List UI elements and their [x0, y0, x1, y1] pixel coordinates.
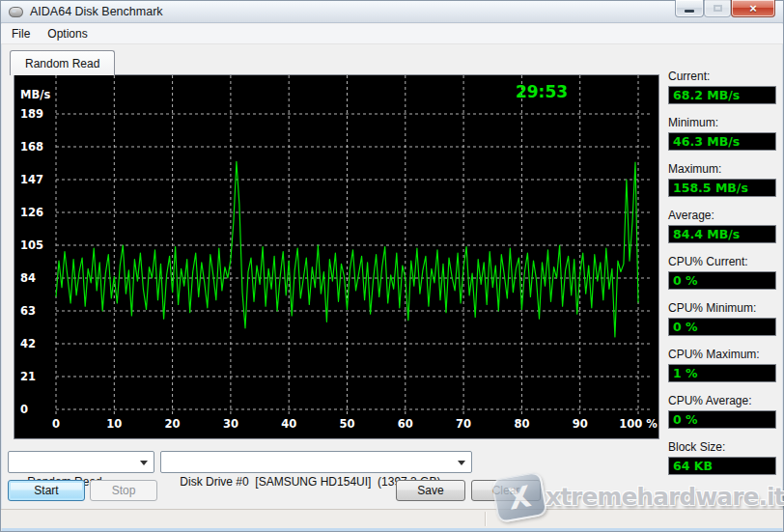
stats-panel: Current:68.2 MB/sMinimum:46.3 MB/sMaximu…	[668, 70, 776, 487]
menu-bar: File Options	[1, 24, 783, 44]
save-button[interactable]: Save	[396, 480, 465, 501]
tab-random-read[interactable]: Random Read	[10, 50, 115, 75]
stat-label: CPU% Minimum:	[668, 301, 776, 315]
stop-button[interactable]: Stop	[90, 480, 157, 501]
stat-label: Maximum:	[668, 162, 776, 176]
clear-button[interactable]: Clear	[471, 480, 541, 501]
window-controls: ×	[675, 0, 775, 17]
svg-text:105: 105	[20, 238, 43, 252]
benchmark-chart: 021426384105126147168189MB/s010203040506…	[14, 74, 659, 439]
status-bar	[1, 509, 783, 528]
stat-group-2: Maximum:158.5 MB/s	[668, 162, 776, 197]
stat-group-8: Block Size:64 KB	[668, 440, 776, 475]
svg-text:80: 80	[514, 417, 529, 431]
svg-text:40: 40	[281, 417, 296, 431]
stat-label: CPU% Average:	[668, 394, 776, 407]
close-icon: ×	[749, 2, 757, 14]
title-bar[interactable]: AIDA64 Disk Benchmark	[1, 1, 783, 23]
stat-group-1: Minimum:46.3 MB/s	[668, 116, 776, 151]
svg-text:63: 63	[20, 304, 36, 318]
svg-text:70: 70	[456, 417, 471, 431]
stat-label: Minimum:	[668, 116, 776, 129]
svg-text:90: 90	[573, 417, 588, 431]
svg-text:147: 147	[20, 173, 43, 186]
tab-label: Random Read	[25, 57, 99, 70]
svg-text:0: 0	[20, 403, 28, 416]
stat-value: 46.3 MB/s	[668, 132, 776, 151]
svg-text:30: 30	[223, 417, 238, 431]
svg-text:168: 168	[20, 140, 43, 154]
close-button[interactable]: ×	[731, 0, 775, 17]
window-title: AIDA64 Disk Benchmark	[30, 5, 163, 18]
stat-value: 1 %	[668, 364, 776, 382]
watermark-text: xtremehardware.it	[546, 483, 784, 511]
svg-text:20: 20	[165, 417, 181, 431]
disk-drive-select[interactable]: Disk Drive #0 [SAMSUNG HD154UI] (1397.3 …	[160, 451, 472, 473]
svg-text:189: 189	[20, 107, 43, 121]
stat-group-7: CPU% Average:0 %	[668, 394, 776, 429]
stat-value: 0 %	[668, 410, 776, 429]
status-bar-divider	[485, 512, 486, 526]
chart-canvas: 021426384105126147168189MB/s010203040506…	[14, 75, 660, 440]
svg-text:60: 60	[398, 417, 413, 431]
stat-label: CPU% Maximum:	[668, 348, 776, 361]
svg-text:126: 126	[20, 206, 43, 219]
disk-drive-icon	[9, 7, 23, 17]
svg-text:21: 21	[20, 370, 36, 383]
svg-text:84: 84	[20, 271, 36, 285]
stat-group-3: Average:84.4 MB/s	[668, 209, 776, 243]
chevron-down-icon	[458, 461, 465, 465]
svg-text:50: 50	[339, 417, 354, 431]
stat-label: Average:	[668, 209, 776, 222]
stat-value: 84.4 MB/s	[668, 225, 776, 243]
maximize-icon	[714, 5, 722, 12]
minimize-button[interactable]	[675, 0, 704, 17]
stat-value: 64 KB	[668, 457, 776, 475]
start-button[interactable]: Start	[8, 480, 85, 501]
svg-text:42: 42	[20, 337, 36, 350]
chevron-down-icon	[140, 461, 148, 465]
stat-group-6: CPU% Maximum:1 %	[668, 348, 776, 382]
stat-value: 68.2 MB/s	[668, 86, 776, 104]
benchmark-type-select[interactable]: Random Read	[8, 451, 154, 473]
menu-options[interactable]: Options	[39, 25, 96, 42]
stat-group-5: CPU% Minimum:0 %	[668, 301, 776, 336]
stat-value: 158.5 MB/s	[668, 179, 776, 197]
stat-label: CPU% Current:	[668, 255, 776, 268]
svg-text:100 %: 100 %	[619, 417, 658, 431]
svg-text:0: 0	[52, 417, 60, 431]
menu-file[interactable]: File	[3, 25, 39, 42]
stat-value: 0 %	[668, 318, 776, 336]
stat-value: 0 %	[668, 271, 776, 290]
elapsed-timer: 29:53	[503, 82, 580, 101]
svg-text:MB/s: MB/s	[20, 88, 50, 101]
stat-label: Block Size:	[668, 440, 776, 454]
stat-group-0: Current:68.2 MB/s	[668, 70, 776, 104]
maximize-button[interactable]	[704, 0, 731, 17]
svg-text:10: 10	[106, 417, 122, 431]
minimize-icon	[685, 10, 694, 13]
app-window: AIDA64 Disk Benchmark × File Options Ran…	[0, 0, 784, 532]
stat-group-4: CPU% Current:0 %	[668, 255, 776, 290]
stat-label: Current:	[668, 70, 776, 83]
